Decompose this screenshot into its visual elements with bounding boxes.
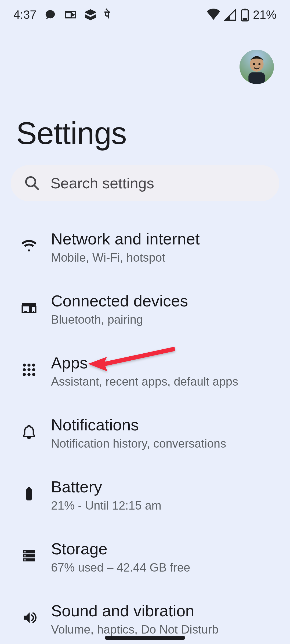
- battery-percent: 21%: [253, 8, 277, 21]
- search-bar[interactable]: Search settings: [11, 165, 279, 201]
- status-bar: 4:37 पे 21%: [0, 0, 290, 30]
- item-texts: Notifications Notification history, conv…: [51, 413, 226, 450]
- svg-rect-25: [28, 487, 30, 489]
- svg-rect-31: [24, 559, 26, 560]
- svg-point-21: [23, 373, 26, 376]
- item-apps[interactable]: Apps Assistant, recent apps, default app…: [0, 339, 290, 401]
- item-title: Network and internet: [51, 230, 200, 248]
- pe-notif-icon: पे: [105, 9, 110, 21]
- svg-point-18: [23, 368, 26, 371]
- item-title: Storage: [51, 540, 190, 558]
- item-texts: Storage 67% used – 42.44 GB free: [51, 537, 190, 574]
- settings-list: Network and internet Mobile, Wi-Fi, hots…: [0, 215, 290, 644]
- svg-point-22: [27, 373, 31, 376]
- svg-rect-14: [24, 311, 27, 312]
- storage-icon: [18, 545, 40, 566]
- outlook-notif-icon: [64, 9, 76, 21]
- svg-point-17: [32, 363, 35, 367]
- profile-avatar[interactable]: [240, 50, 274, 84]
- svg-rect-1: [66, 13, 70, 17]
- svg-point-9: [253, 63, 255, 65]
- battery-icon: [18, 483, 40, 504]
- svg-point-19: [27, 368, 31, 371]
- item-subtitle: 21% - Until 12:15 am: [51, 499, 161, 512]
- item-title: Battery: [51, 478, 161, 496]
- status-right: 21%: [207, 8, 277, 21]
- item-subtitle: Volume, haptics, Do Not Disturb: [51, 623, 219, 636]
- search-icon: [24, 175, 40, 192]
- svg-rect-8: [248, 72, 265, 84]
- wifi-icon: [18, 235, 40, 257]
- svg-point-15: [23, 363, 26, 367]
- item-title: Sound and vibration: [51, 602, 219, 620]
- item-subtitle: Notification history, conversations: [51, 437, 226, 450]
- gesture-nav-bar[interactable]: [105, 636, 185, 640]
- box-notif-icon: [84, 8, 97, 21]
- item-sound-and-vibration[interactable]: Sound and vibration Volume, haptics, Do …: [0, 587, 290, 644]
- item-battery[interactable]: Battery 21% - Until 12:15 am: [0, 463, 290, 525]
- item-texts: Apps Assistant, recent apps, default app…: [51, 351, 238, 388]
- cellular-status-icon: [224, 8, 237, 21]
- item-texts: Sound and vibration Volume, haptics, Do …: [51, 599, 219, 636]
- item-notifications[interactable]: Notifications Notification history, conv…: [0, 401, 290, 463]
- svg-point-16: [27, 363, 31, 367]
- svg-line-12: [34, 185, 38, 189]
- status-left: 4:37 पे: [13, 8, 110, 21]
- item-subtitle: Bluetooth, pairing: [51, 313, 188, 326]
- item-network-and-internet[interactable]: Network and internet Mobile, Wi-Fi, hots…: [0, 215, 290, 277]
- svg-rect-24: [26, 488, 32, 500]
- item-texts: Battery 21% - Until 12:15 am: [51, 475, 161, 512]
- svg-point-13: [33, 311, 34, 312]
- avatar-image-icon: [240, 50, 274, 84]
- svg-rect-4: [244, 9, 246, 10]
- item-texts: Network and internet Mobile, Wi-Fi, hots…: [51, 227, 200, 264]
- item-subtitle: 67% used – 42.44 GB free: [51, 561, 190, 574]
- svg-point-23: [32, 373, 35, 376]
- page-title: Settings: [16, 115, 126, 151]
- item-title: Connected devices: [51, 292, 188, 310]
- status-time: 4:37: [13, 8, 37, 21]
- search-placeholder: Search settings: [50, 174, 154, 192]
- chat-notif-icon: [44, 9, 56, 21]
- item-title: Apps: [51, 354, 238, 372]
- svg-point-20: [32, 368, 35, 371]
- svg-rect-5: [243, 18, 247, 20]
- item-subtitle: Assistant, recent apps, default apps: [51, 375, 238, 388]
- item-title: Notifications: [51, 416, 226, 434]
- svg-point-10: [258, 63, 260, 65]
- apps-grid-icon: [18, 359, 40, 380]
- sound-icon: [18, 607, 40, 628]
- wifi-status-icon: [207, 8, 220, 21]
- svg-rect-30: [24, 555, 26, 556]
- item-texts: Connected devices Bluetooth, pairing: [51, 289, 188, 326]
- item-storage[interactable]: Storage 67% used – 42.44 GB free: [0, 525, 290, 587]
- devices-icon: [18, 297, 40, 319]
- bell-icon: [18, 421, 40, 442]
- item-connected-devices[interactable]: Connected devices Bluetooth, pairing: [0, 277, 290, 339]
- item-subtitle: Mobile, Wi-Fi, hotspot: [51, 251, 200, 264]
- battery-status-icon: [241, 8, 249, 21]
- svg-rect-29: [24, 551, 26, 552]
